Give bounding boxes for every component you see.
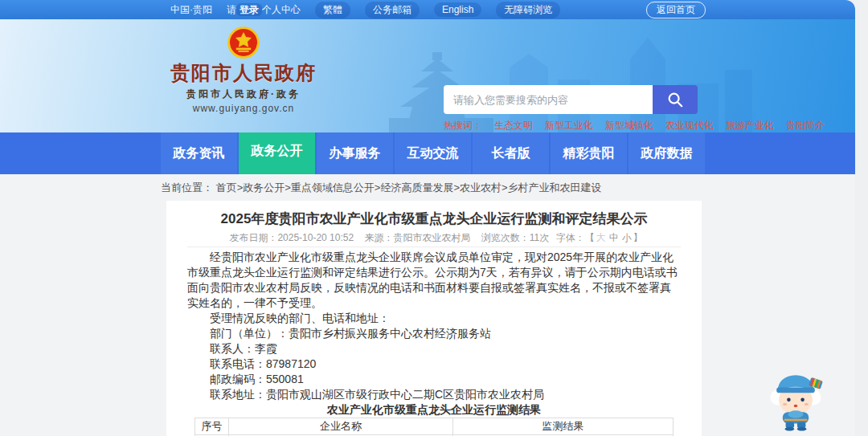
contact-person: 联系人：李霞: [187, 341, 681, 357]
contact-address: 联系地址：贵阳市观山湖区市级行政中心二期C区贵阳市农业农村局: [187, 387, 681, 402]
breadcrumb: 当前位置： 首页>政务公开>重点领域信息公开>经济高质量发展>农业农村>乡村产业…: [0, 174, 855, 201]
font-size-bracket: 】: [633, 232, 643, 243]
font-size-medium-button[interactable]: 中: [609, 232, 619, 243]
site-url: www.guiyang.gov.cn: [193, 103, 295, 114]
view-count: 浏览次数：11次: [481, 232, 549, 243]
search-bar: [444, 85, 698, 114]
publish-date: 发布日期：2025-10-20 10:52: [229, 232, 354, 243]
topbar-english[interactable]: English: [434, 2, 481, 17]
nav-item-zhengwu-gongkai[interactable]: 政务公开: [239, 128, 315, 174]
search-icon: [666, 91, 684, 108]
national-emblem-icon: [227, 24, 260, 61]
topbar-accessibility[interactable]: 无障碍浏览: [496, 2, 560, 18]
hot-search-label: 热搜词：: [444, 119, 482, 132]
hot-word[interactable]: 新型城镇化: [605, 119, 653, 132]
font-size-label: 字体：【: [556, 232, 595, 243]
login-prefix: 请: [227, 4, 236, 15]
site-logo[interactable]: 贵阳市人民政府 贵阳市人民政府·政务 www.guiyang.gov.cn: [172, 24, 315, 114]
article-meta: 发布日期：2025-10-20 10:52 来源：贵阳市农业农村局 浏览次数：1…: [187, 232, 681, 247]
mascot-graphic[interactable]: [764, 364, 828, 431]
site-name: 贵阳市人民政府: [170, 61, 317, 85]
contact-postcode: 邮政编码：550081: [187, 372, 681, 387]
nav-item-hudong-jiaoliu[interactable]: 互动交流: [395, 132, 471, 174]
hot-word[interactable]: 新型工业化: [545, 119, 593, 132]
back-home-button[interactable]: 返回首页: [646, 2, 706, 18]
article-paragraph: 经贵阳市农业产业化市级重点龙头企业联席会议成员单位审定，现对2025年开展的农业…: [187, 250, 681, 311]
city-skyline-graphic: [389, 23, 759, 132]
contact-department: 部门（单位）：贵阳市乡村振兴服务中心农村经济服务站: [187, 326, 681, 341]
topbar-login-center[interactable]: 请登录个人中心: [227, 3, 301, 17]
hot-word[interactable]: 农业现代化: [665, 119, 714, 132]
result-table-title: 农业产业化市级重点龙头企业运行监测结果: [187, 402, 681, 418]
article-title: 2025年度贵阳市农业产业化市级重点龙头企业运行监测和评定结果公示: [187, 211, 681, 227]
hot-word[interactable]: 旅游产业化: [726, 119, 774, 132]
monitoring-result-table: 序号 企业名称 监测结果 1 贵州合力超市采购有限公司 合格 2 贵州友禾种业有…: [194, 418, 674, 436]
topbar-site-link[interactable]: 中国·贵阳: [170, 3, 212, 17]
article-card: 2025年度贵阳市农业产业化市级重点龙头企业运行监测和评定结果公示 发布日期：2…: [166, 201, 702, 436]
search-button[interactable]: [653, 85, 698, 114]
table-header-row: 序号 企业名称 监测结果: [195, 418, 674, 435]
col-header-company: 企业名称: [228, 418, 452, 435]
main-nav: 政务资讯 政务公开 办事服务 互动交流 长者版 精彩贵阳 政府数据: [0, 132, 855, 174]
breadcrumb-path[interactable]: 首页>政务公开>重点领域信息公开>经济高质量发展>农业农村>乡村产业和农田建设: [216, 181, 602, 194]
nav-item-zhangzheban[interactable]: 长者版: [473, 132, 549, 174]
contact-phone: 联系电话：87987120: [187, 357, 681, 372]
hot-search-row: 热搜词： 生态文明 新型工业化 新型城镇化 农业现代化 旅游产业化 贵阳简介: [444, 119, 825, 132]
topbar-traditional-chinese[interactable]: 繁體: [315, 2, 350, 18]
col-header-result: 监测结果: [453, 418, 674, 435]
browser-page: 中国·贵阳 请登录个人中心 繁體 公务邮箱 English 无障碍浏览 返回首页: [0, 0, 855, 436]
topbar-official-mail[interactable]: 公务邮箱: [365, 2, 420, 18]
nav-item-banshi-fuwu[interactable]: 办事服务: [317, 132, 393, 174]
article-paragraph: 受理情况反映的部门、电话和地址：: [187, 311, 681, 326]
site-header: 贵阳市人民政府 贵阳市人民政府·政务 www.guiyang.gov.cn 热搜…: [0, 19, 855, 132]
article-source: 来源：贵阳市农业农村局: [364, 232, 470, 243]
site-subtitle: 贵阳市人民政府·政务: [186, 88, 301, 101]
breadcrumb-label: 当前位置：: [161, 181, 213, 194]
font-size-small-button[interactable]: 小: [622, 232, 632, 243]
hot-word[interactable]: 生态文明: [494, 119, 533, 132]
nav-item-zhengfu-shuju[interactable]: 政府数据: [628, 132, 705, 174]
nav-item-zhengwu-zixun[interactable]: 政务资讯: [161, 132, 237, 174]
search-input[interactable]: [444, 85, 653, 114]
nav-item-jingcai-guiyang[interactable]: 精彩贵阳: [551, 132, 627, 174]
font-size-large-button[interactable]: 大: [596, 232, 606, 243]
personal-center-link[interactable]: 个人中心: [262, 4, 301, 15]
top-utility-bar: 中国·贵阳 请登录个人中心 繁體 公务邮箱 English 无障碍浏览 返回首页: [0, 0, 855, 19]
login-link[interactable]: 登录: [236, 3, 262, 16]
hot-word[interactable]: 贵阳简介: [786, 119, 825, 132]
col-header-index: 序号: [195, 418, 229, 435]
